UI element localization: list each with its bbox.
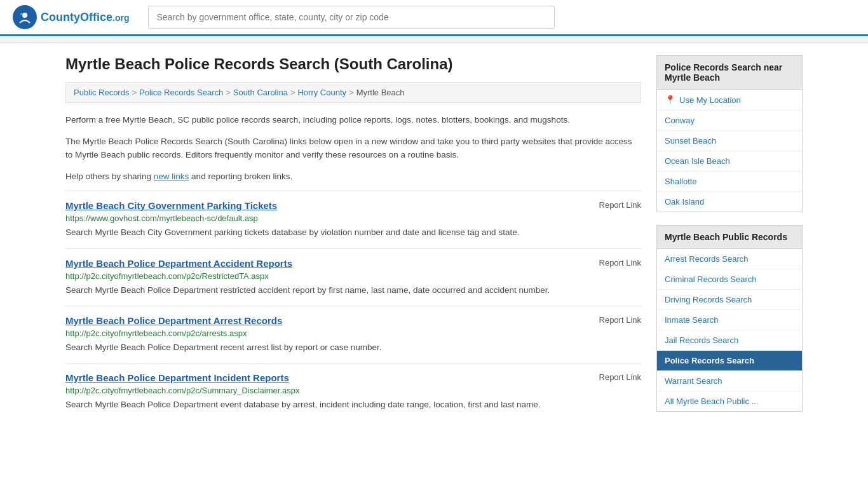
sidebar-nearby-section: Police Records Search near Myrtle Beach … <box>656 55 803 212</box>
result-title-0[interactable]: Myrtle Beach City Government Parking Tic… <box>65 200 277 211</box>
sidebar-pr-item-3[interactable]: Inmate Search <box>657 310 802 330</box>
page-title: Myrtle Beach Police Records Search (Sout… <box>65 55 641 73</box>
result-title-1[interactable]: Myrtle Beach Police Department Accident … <box>65 258 292 269</box>
result-title-2[interactable]: Myrtle Beach Police Department Arrest Re… <box>65 315 282 326</box>
breadcrumb: Public Records > Police Records Search >… <box>65 82 641 103</box>
sidebar-item-use-location[interactable]: 📍 Use My Location <box>657 90 802 111</box>
result-header-0: Myrtle Beach City Government Parking Tic… <box>65 200 641 211</box>
svg-point-1 <box>20 13 23 15</box>
sidebar-pr-item-2[interactable]: Driving Records Search <box>657 290 802 310</box>
sidebar-item-ocean-isle-beach[interactable]: Ocean Isle Beach <box>657 151 802 172</box>
report-link-0[interactable]: Report Link <box>599 200 641 210</box>
description-para2: The Myrtle Beach Police Records Search (… <box>65 135 641 162</box>
results-list: Myrtle Beach City Government Parking Tic… <box>65 191 641 420</box>
report-link-3[interactable]: Report Link <box>599 372 641 382</box>
result-header-3: Myrtle Beach Police Department Incident … <box>65 372 641 383</box>
breadcrumb-public-records[interactable]: Public Records <box>74 88 129 97</box>
sidebar-public-records-list: Arrest Records SearchCriminal Records Se… <box>656 248 803 412</box>
sidebar-public-records-header: Myrtle Beach Public Records <box>656 225 803 248</box>
result-entry-3: Myrtle Beach Police Department Incident … <box>65 363 641 420</box>
logo[interactable]: CountyOffice.org <box>13 5 129 29</box>
logo-text: CountyOffice.org <box>41 11 129 24</box>
sidebar-pr-item-6[interactable]: Warrant Search <box>657 371 802 391</box>
sidebar-pr-item-7[interactable]: All Myrtle Beach Public ... <box>657 391 802 411</box>
search-input[interactable] <box>148 6 555 29</box>
breadcrumb-police-records[interactable]: Police Records Search <box>139 88 223 97</box>
sidebar-item-shallotte[interactable]: Shallotte <box>657 172 802 192</box>
result-entry-2: Myrtle Beach Police Department Arrest Re… <box>65 306 641 363</box>
location-icon: 📍 <box>665 95 675 105</box>
sidebar-item-sunset-beach[interactable]: Sunset Beach <box>657 131 802 151</box>
description-para3: Help others by sharing new links and rep… <box>65 170 641 184</box>
sidebar-item-conway[interactable]: Conway <box>657 111 802 131</box>
svg-point-0 <box>22 13 27 18</box>
report-link-2[interactable]: Report Link <box>599 315 641 325</box>
use-location-link[interactable]: 📍 Use My Location <box>657 90 802 110</box>
breadcrumb-current: Myrtle Beach <box>356 88 405 97</box>
sidebar-nearby-header: Police Records Search near Myrtle Beach <box>656 55 803 89</box>
result-header-1: Myrtle Beach Police Department Accident … <box>65 258 641 269</box>
sidebar-pr-item-0[interactable]: Arrest Records Search <box>657 249 802 269</box>
description-para1: Perform a free Myrtle Beach, SC public p… <box>65 113 641 127</box>
new-links-link[interactable]: new links <box>154 172 189 181</box>
result-url-2[interactable]: http://p2c.cityofmyrtlebeach.com/p2c/arr… <box>65 329 641 338</box>
header: CountyOffice.org <box>0 0 868 36</box>
sidebar-pr-item-4[interactable]: Jail Records Search <box>657 330 802 351</box>
top-nav-bar <box>0 36 868 43</box>
report-link-1[interactable]: Report Link <box>599 258 641 268</box>
main-container: Myrtle Beach Police Records Search (Sout… <box>53 43 815 437</box>
sidebar-pr-item-5[interactable]: Police Records Search <box>657 351 802 371</box>
result-url-3[interactable]: http://p2c.cityofmyrtlebeach.com/p2c/Sum… <box>65 386 641 395</box>
breadcrumb-south-carolina[interactable]: South Carolina <box>233 88 288 97</box>
result-title-3[interactable]: Myrtle Beach Police Department Incident … <box>65 372 289 383</box>
sidebar-item-oak-island[interactable]: Oak Island <box>657 192 802 212</box>
breadcrumb-horry-county[interactable]: Horry County <box>297 88 346 97</box>
result-entry-0: Myrtle Beach City Government Parking Tic… <box>65 191 641 248</box>
result-url-1[interactable]: http://p2c.cityofmyrtlebeach.com/p2c/Res… <box>65 271 641 281</box>
result-entry-1: Myrtle Beach Police Department Accident … <box>65 248 641 306</box>
result-header-2: Myrtle Beach Police Department Arrest Re… <box>65 315 641 326</box>
sidebar-pr-item-1[interactable]: Criminal Records Search <box>657 269 802 290</box>
sidebar: Police Records Search near Myrtle Beach … <box>656 55 803 424</box>
result-desc-3: Search Myrtle Beach Police Department ev… <box>65 398 641 411</box>
sidebar-nearby-list: 📍 Use My Location Conway Sunset Beach Oc… <box>656 89 803 212</box>
sidebar-public-records-section: Myrtle Beach Public Records Arrest Recor… <box>656 225 803 412</box>
result-desc-2: Search Myrtle Beach Police Department re… <box>65 341 641 354</box>
logo-icon <box>13 5 37 29</box>
result-desc-1: Search Myrtle Beach Police Department re… <box>65 284 641 297</box>
main-content: Myrtle Beach Police Records Search (Sout… <box>65 55 641 424</box>
result-url-0[interactable]: https://www.govhost.com/myrtlebeach-sc/d… <box>65 214 641 223</box>
result-desc-0: Search Myrtle Beach City Government park… <box>65 226 641 239</box>
